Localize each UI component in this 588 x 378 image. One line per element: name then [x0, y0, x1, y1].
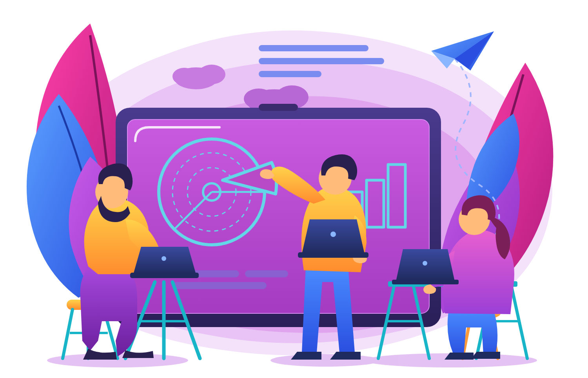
svg-rect-25 [172, 282, 267, 289]
svg-point-32 [162, 256, 166, 261]
svg-rect-31 [130, 273, 199, 278]
svg-point-1 [198, 65, 225, 84]
svg-point-35 [330, 232, 336, 237]
svg-rect-13 [259, 104, 298, 111]
laptop-icon [130, 247, 199, 278]
svg-rect-39 [392, 280, 459, 284]
laptop-icon [298, 219, 368, 258]
illustration-root [0, 0, 588, 378]
svg-point-2 [172, 68, 196, 85]
svg-rect-8 [259, 71, 321, 77]
laptop-icon [392, 249, 459, 284]
svg-point-27 [270, 354, 380, 367]
svg-rect-34 [298, 252, 368, 258]
svg-point-40 [423, 261, 427, 266]
svg-rect-6 [259, 45, 368, 51]
svg-rect-24 [245, 270, 288, 277]
svg-rect-7 [259, 58, 384, 64]
